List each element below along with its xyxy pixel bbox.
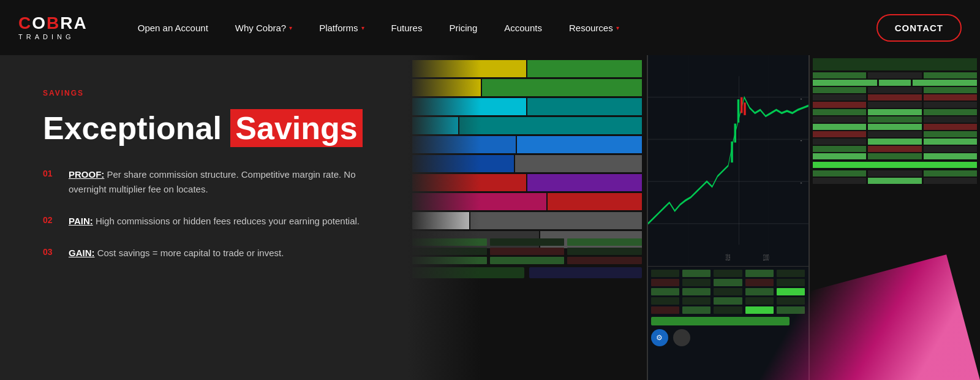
chevron-down-icon: ▾ xyxy=(361,25,364,31)
item-text-proof: PROOF: Per share commission structure. C… xyxy=(69,167,364,197)
list-item-pain: 02 PAIN: High commissions or hidden fees… xyxy=(43,214,364,229)
svg-text:3/19: 3/19 xyxy=(725,252,730,262)
svg-rect-9 xyxy=(734,124,736,143)
brand-logo[interactable]: COBRA TRADING xyxy=(18,15,88,40)
nav-platforms[interactable]: Platforms ▾ xyxy=(306,23,377,33)
item-text-pain: PAIN: High commissions or hidden fees re… xyxy=(69,214,360,229)
list-item-gain: 03 GAIN: Cost savings = more capital to … xyxy=(43,246,364,260)
navigation: COBRA TRADING Open an Account Why Cobra?… xyxy=(0,0,980,55)
contact-button[interactable]: CONTACT xyxy=(876,14,962,42)
svg-text:--: -- xyxy=(800,135,802,145)
proof-pain-gain-list: 01 PROOF: Per share commission structure… xyxy=(43,167,364,260)
nav-why-cobra[interactable]: Why Cobra? ▾ xyxy=(222,23,306,33)
item-number-2: 02 xyxy=(43,214,56,225)
logo-tagline: TRADING xyxy=(18,33,88,40)
list-item-proof: 01 PROOF: Per share commission structure… xyxy=(43,167,364,197)
section-label: SAVINGS xyxy=(43,89,364,97)
item-text-gain: GAIN: Cost savings = more capital to tra… xyxy=(69,246,284,260)
nav-accounts[interactable]: Accounts xyxy=(491,23,556,33)
hero-left-panel: SAVINGS Exceptional Savings 01 PROOF: Pe… xyxy=(0,55,407,380)
svg-rect-8 xyxy=(731,142,733,162)
edge-gradient xyxy=(407,55,481,380)
hero-headline: Exceptional Savings xyxy=(43,111,364,146)
hero-right-panel: 3/19 13:00 -- -- -- xyxy=(407,55,980,380)
nav-futures[interactable]: Futures xyxy=(378,23,436,33)
svg-rect-10 xyxy=(737,99,739,123)
svg-text:--: -- xyxy=(800,177,802,187)
svg-text:--: -- xyxy=(800,93,802,103)
nav-open-account[interactable]: Open an Account xyxy=(124,23,222,33)
item-number-1: 01 xyxy=(43,167,56,178)
candlestick-chart: 3/19 13:00 -- -- -- xyxy=(648,55,809,266)
nav-resources[interactable]: Resources ▾ xyxy=(556,23,633,33)
nav-links: Open an Account Why Cobra? ▾ Platforms ▾… xyxy=(124,23,876,33)
chevron-down-icon: ▾ xyxy=(616,25,619,31)
headline-highlight: Savings xyxy=(230,109,362,147)
price-chart: 3/19 13:00 -- -- -- xyxy=(648,55,809,267)
svg-text:13:00: 13:00 xyxy=(763,252,769,262)
logo-name: COBRA xyxy=(18,15,88,32)
chevron-down-icon: ▾ xyxy=(289,25,292,31)
main-content: SAVINGS Exceptional Savings 01 PROOF: Pe… xyxy=(0,55,980,380)
svg-rect-11 xyxy=(741,97,742,113)
item-number-3: 03 xyxy=(43,246,56,257)
svg-rect-12 xyxy=(744,102,745,115)
nav-pricing[interactable]: Pricing xyxy=(435,23,491,33)
screen-header xyxy=(813,58,978,70)
